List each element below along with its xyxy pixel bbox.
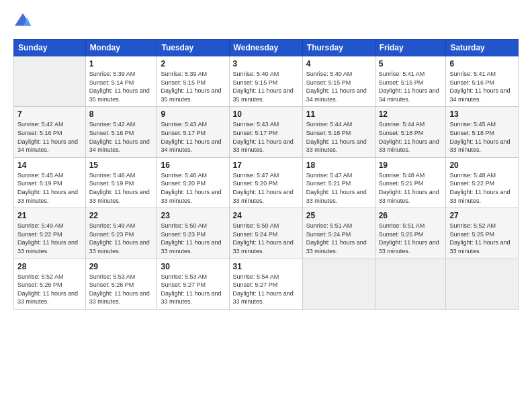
cell-info: Sunrise: 5:50 AMSunset: 5:24 PMDaylight:…	[233, 222, 299, 255]
cell-info: Sunrise: 5:40 AMSunset: 5:15 PMDaylight:…	[233, 70, 299, 103]
day-number: 23	[161, 211, 225, 220]
calendar-cell: 7Sunrise: 5:42 AMSunset: 5:16 PMDaylight…	[14, 107, 86, 157]
calendar-cell	[446, 259, 519, 309]
day-number: 27	[449, 211, 515, 220]
cell-info: Sunrise: 5:54 AMSunset: 5:27 PMDaylight:…	[233, 273, 299, 306]
cell-info: Sunrise: 5:47 AMSunset: 5:21 PMDaylight:…	[306, 171, 371, 205]
day-number: 12	[379, 109, 443, 119]
calendar-cell	[14, 56, 86, 107]
calendar-cell: 20Sunrise: 5:48 AMSunset: 5:22 PMDayligh…	[446, 157, 519, 208]
day-number: 22	[89, 211, 154, 220]
week-row-2: 14Sunrise: 5:45 AMSunset: 5:19 PMDayligh…	[14, 157, 519, 208]
day-number: 18	[306, 161, 371, 170]
cell-info: Sunrise: 5:41 AMSunset: 5:15 PMDaylight:…	[379, 70, 443, 103]
calendar-cell: 12Sunrise: 5:44 AMSunset: 5:18 PMDayligh…	[375, 107, 446, 157]
weekday-header-row: SundayMondayTuesdayWednesdayThursdayFrid…	[14, 40, 519, 56]
week-row-4: 28Sunrise: 5:52 AMSunset: 5:26 PMDayligh…	[14, 259, 519, 309]
weekday-header-tuesday: Tuesday	[157, 40, 229, 56]
day-number: 21	[17, 211, 82, 220]
cell-info: Sunrise: 5:39 AMSunset: 5:15 PMDaylight:…	[161, 70, 225, 103]
calendar-cell: 9Sunrise: 5:43 AMSunset: 5:17 PMDaylight…	[157, 107, 229, 157]
day-number: 19	[379, 161, 443, 170]
calendar-cell: 30Sunrise: 5:53 AMSunset: 5:27 PMDayligh…	[157, 259, 229, 309]
day-number: 20	[449, 161, 515, 170]
day-number: 28	[17, 262, 82, 271]
day-number: 4	[306, 59, 371, 68]
calendar-cell: 16Sunrise: 5:46 AMSunset: 5:20 PMDayligh…	[157, 157, 229, 208]
logo-icon	[13, 12, 32, 31]
calendar-cell: 5Sunrise: 5:41 AMSunset: 5:15 PMDaylight…	[375, 56, 446, 107]
cell-info: Sunrise: 5:48 AMSunset: 5:22 PMDaylight:…	[449, 171, 515, 205]
cell-info: Sunrise: 5:43 AMSunset: 5:17 PMDaylight:…	[233, 120, 299, 154]
day-number: 7	[17, 109, 82, 119]
calendar-cell: 31Sunrise: 5:54 AMSunset: 5:27 PMDayligh…	[229, 259, 302, 309]
weekday-header-sunday: Sunday	[14, 40, 86, 56]
day-number: 8	[89, 109, 154, 119]
calendar-cell: 1Sunrise: 5:39 AMSunset: 5:14 PMDaylight…	[85, 56, 157, 107]
calendar-cell: 14Sunrise: 5:45 AMSunset: 5:19 PMDayligh…	[14, 157, 86, 208]
calendar-cell: 4Sunrise: 5:40 AMSunset: 5:15 PMDaylight…	[302, 56, 375, 107]
weekday-header-monday: Monday	[85, 40, 157, 56]
cell-info: Sunrise: 5:41 AMSunset: 5:16 PMDaylight:…	[449, 70, 515, 103]
calendar-cell: 2Sunrise: 5:39 AMSunset: 5:15 PMDaylight…	[157, 56, 229, 107]
calendar-cell: 28Sunrise: 5:52 AMSunset: 5:26 PMDayligh…	[14, 259, 86, 309]
day-number: 9	[161, 109, 225, 119]
cell-info: Sunrise: 5:51 AMSunset: 5:24 PMDaylight:…	[306, 222, 371, 255]
calendar-cell: 13Sunrise: 5:45 AMSunset: 5:18 PMDayligh…	[446, 107, 519, 157]
cell-info: Sunrise: 5:50 AMSunset: 5:23 PMDaylight:…	[161, 222, 225, 255]
weekday-header-wednesday: Wednesday	[229, 40, 302, 56]
calendar-cell: 15Sunrise: 5:46 AMSunset: 5:19 PMDayligh…	[85, 157, 157, 208]
day-number: 10	[233, 109, 299, 119]
calendar-cell: 18Sunrise: 5:47 AMSunset: 5:21 PMDayligh…	[302, 157, 375, 208]
cell-info: Sunrise: 5:45 AMSunset: 5:19 PMDaylight:…	[17, 171, 82, 205]
cell-info: Sunrise: 5:40 AMSunset: 5:15 PMDaylight:…	[306, 70, 371, 103]
cell-info: Sunrise: 5:51 AMSunset: 5:25 PMDaylight:…	[379, 222, 443, 255]
day-number: 24	[233, 211, 299, 220]
cell-info: Sunrise: 5:44 AMSunset: 5:18 PMDaylight:…	[379, 120, 443, 154]
page: SundayMondayTuesdayWednesdayThursdayFrid…	[0, 0, 532, 411]
calendar-cell: 24Sunrise: 5:50 AMSunset: 5:24 PMDayligh…	[229, 208, 302, 259]
calendar-cell: 11Sunrise: 5:44 AMSunset: 5:18 PMDayligh…	[302, 107, 375, 157]
day-number: 25	[306, 211, 371, 220]
calendar: SundayMondayTuesdayWednesdayThursdayFrid…	[13, 39, 519, 310]
weekday-header-saturday: Saturday	[446, 40, 519, 56]
calendar-cell: 17Sunrise: 5:47 AMSunset: 5:20 PMDayligh…	[229, 157, 302, 208]
cell-info: Sunrise: 5:44 AMSunset: 5:18 PMDaylight:…	[306, 120, 371, 154]
day-number: 16	[161, 161, 225, 170]
day-number: 5	[379, 59, 443, 68]
day-number: 26	[379, 211, 443, 220]
cell-info: Sunrise: 5:53 AMSunset: 5:27 PMDaylight:…	[161, 273, 225, 306]
day-number: 14	[17, 161, 82, 170]
weekday-header-thursday: Thursday	[302, 40, 375, 56]
calendar-cell: 29Sunrise: 5:53 AMSunset: 5:26 PMDayligh…	[85, 259, 157, 309]
week-row-3: 21Sunrise: 5:49 AMSunset: 5:22 PMDayligh…	[14, 208, 519, 259]
calendar-cell: 8Sunrise: 5:42 AMSunset: 5:16 PMDaylight…	[85, 107, 157, 157]
day-number: 17	[233, 161, 299, 170]
day-number: 1	[89, 59, 154, 68]
cell-info: Sunrise: 5:42 AMSunset: 5:16 PMDaylight:…	[89, 120, 154, 154]
day-number: 15	[89, 161, 154, 170]
calendar-cell: 6Sunrise: 5:41 AMSunset: 5:16 PMDaylight…	[446, 56, 519, 107]
cell-info: Sunrise: 5:49 AMSunset: 5:22 PMDaylight:…	[17, 222, 82, 255]
calendar-cell: 23Sunrise: 5:50 AMSunset: 5:23 PMDayligh…	[157, 208, 229, 259]
calendar-cell: 27Sunrise: 5:52 AMSunset: 5:25 PMDayligh…	[446, 208, 519, 259]
cell-info: Sunrise: 5:42 AMSunset: 5:16 PMDaylight:…	[17, 120, 82, 154]
cell-info: Sunrise: 5:53 AMSunset: 5:26 PMDaylight:…	[89, 273, 154, 306]
calendar-cell: 25Sunrise: 5:51 AMSunset: 5:24 PMDayligh…	[302, 208, 375, 259]
day-number: 13	[449, 109, 515, 119]
logo	[13, 12, 35, 31]
day-number: 31	[233, 262, 299, 271]
day-number: 3	[233, 59, 299, 68]
week-row-1: 7Sunrise: 5:42 AMSunset: 5:16 PMDaylight…	[14, 107, 519, 157]
cell-info: Sunrise: 5:52 AMSunset: 5:25 PMDaylight:…	[449, 222, 515, 255]
calendar-cell	[375, 259, 446, 309]
week-row-0: 1Sunrise: 5:39 AMSunset: 5:14 PMDaylight…	[14, 56, 519, 107]
calendar-cell: 22Sunrise: 5:49 AMSunset: 5:23 PMDayligh…	[85, 208, 157, 259]
day-number: 30	[161, 262, 225, 271]
weekday-header-friday: Friday	[375, 40, 446, 56]
cell-info: Sunrise: 5:46 AMSunset: 5:19 PMDaylight:…	[89, 171, 154, 205]
calendar-cell: 26Sunrise: 5:51 AMSunset: 5:25 PMDayligh…	[375, 208, 446, 259]
header	[13, 12, 519, 31]
cell-info: Sunrise: 5:52 AMSunset: 5:26 PMDaylight:…	[17, 273, 82, 306]
cell-info: Sunrise: 5:47 AMSunset: 5:20 PMDaylight:…	[233, 171, 299, 205]
